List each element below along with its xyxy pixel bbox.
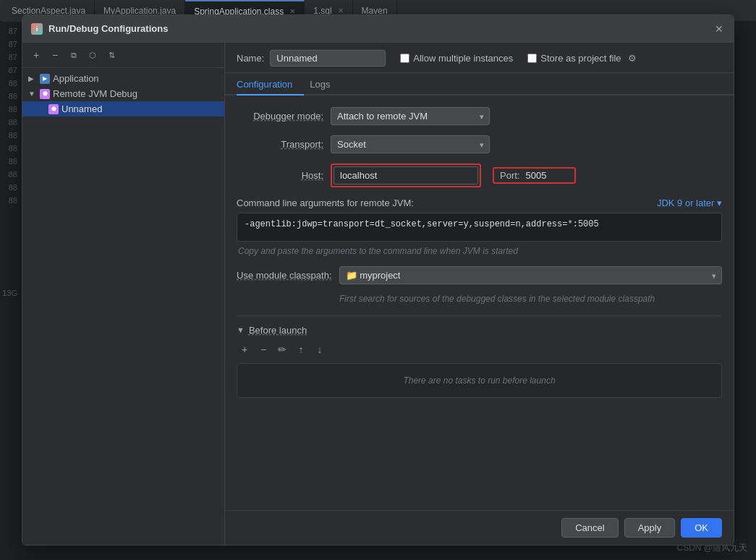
- config-tree: ▶ ▶ Application ▼ ⬟ Remote JVM Debug ⬟ U…: [22, 68, 224, 545]
- tree-item-unnamed[interactable]: ⬟ Unnamed: [22, 101, 224, 116]
- host-port-row: Host: Port:: [237, 164, 722, 187]
- remove-config-button[interactable]: −: [47, 47, 63, 63]
- port-input[interactable]: [525, 170, 569, 181]
- tree-label-remote-jvm: Remote JVM Debug: [53, 88, 137, 99]
- tree-item-application[interactable]: ▶ ▶ Application: [22, 71, 224, 86]
- host-label: Host:: [237, 170, 331, 181]
- debugger-mode-wrapper: Attach to remote JVM Listen to remote JV…: [331, 107, 490, 125]
- before-launch-empty: There are no tasks to run before launch: [237, 363, 722, 398]
- name-row: Name: Allow multiple instances Store as …: [225, 43, 734, 73]
- application-icon: ▶: [40, 74, 50, 84]
- copy-config-button[interactable]: ⧉: [66, 47, 82, 63]
- module-label: Use module classpath:: [237, 270, 339, 281]
- before-launch-section: ▼ Before launch + − ✏ ↑ ↓ There are no t…: [237, 315, 722, 398]
- cmdline-text: -agentlib:jdwp=transport=dt_socket,serve…: [237, 213, 722, 242]
- tree-arrow-remote-jvm: ▼: [28, 90, 37, 98]
- dialog-title: Run/Debug Configurations: [48, 23, 168, 34]
- transport-row: Transport: Socket Shared memory: [237, 135, 722, 153]
- tree-label-application: Application: [53, 73, 99, 84]
- before-launch-add-button[interactable]: +: [237, 341, 252, 357]
- before-launch-edit-button[interactable]: ✏: [274, 341, 290, 357]
- ok-button[interactable]: OK: [681, 518, 722, 538]
- left-panel: + − ⧉ ⬡ ⇅ ▶ ▶ App: [22, 43, 225, 545]
- transport-wrapper: Socket Shared memory: [331, 135, 490, 153]
- dialog-titlebar: i Run/Debug Configurations ✕: [22, 15, 734, 43]
- config-tabs: Configuration Logs: [225, 73, 734, 96]
- run-debug-dialog: i Run/Debug Configurations ✕ + − ⧉ ⬡: [22, 14, 734, 546]
- move-config-button[interactable]: ⬡: [85, 47, 101, 63]
- tree-item-remote-jvm[interactable]: ▼ ⬟ Remote JVM Debug: [22, 86, 224, 101]
- debugger-mode-row: Debugger mode: Attach to remote JVM List…: [237, 107, 722, 125]
- module-select[interactable]: 📁 myproject: [339, 266, 722, 284]
- right-panel: Name: Allow multiple instances Store as …: [225, 43, 734, 545]
- line-numbers: 87878787 88888888 88888888 8888 13G: [0, 22, 20, 560]
- transport-select[interactable]: Socket Shared memory: [331, 135, 490, 153]
- before-launch-remove-button[interactable]: −: [255, 341, 271, 357]
- before-launch-toolbar: + − ✏ ↑ ↓: [237, 341, 722, 357]
- before-launch-collapse-icon[interactable]: ▼: [237, 326, 245, 334]
- tab-configuration[interactable]: Configuration: [237, 73, 304, 96]
- port-group: Port:: [493, 167, 576, 184]
- dialog-title-left: i Run/Debug Configurations: [31, 23, 168, 35]
- module-hint: First search for sources of the debugged…: [338, 290, 722, 305]
- config-content: Debugger mode: Attach to remote JVM List…: [225, 96, 734, 510]
- allow-multiple-checkbox[interactable]: [400, 54, 409, 63]
- allow-multiple-label: Allow multiple instances: [413, 53, 513, 64]
- before-launch-up-button[interactable]: ↑: [293, 341, 309, 357]
- debugger-mode-select[interactable]: Attach to remote JVM Listen to remote JV…: [331, 107, 490, 125]
- port-label: Port:: [500, 170, 519, 181]
- before-launch-label: Before launch: [249, 325, 307, 336]
- jdk-link[interactable]: JDK 9 or later ▾: [657, 198, 722, 208]
- host-input[interactable]: [334, 166, 478, 184]
- cancel-button[interactable]: Cancel: [561, 518, 618, 538]
- left-toolbar: + − ⧉ ⬡ ⇅: [22, 43, 224, 68]
- unnamed-icon: ⬟: [48, 104, 59, 114]
- tree-label-unnamed: Unnamed: [61, 103, 102, 114]
- name-input[interactable]: [270, 50, 386, 67]
- apply-button[interactable]: Apply: [624, 518, 676, 538]
- host-input-box: [331, 164, 481, 187]
- allow-multiple-group: Allow multiple instances: [400, 53, 513, 64]
- before-launch-down-button[interactable]: ↓: [312, 341, 328, 357]
- cmdline-header: Command line arguments for remote JVM: J…: [237, 198, 722, 208]
- store-project-settings-icon[interactable]: ⚙: [628, 53, 637, 64]
- tree-arrow-application: ▶: [28, 75, 37, 82]
- remote-jvm-icon: ⬟: [40, 89, 50, 99]
- module-select-wrapper: 📁 myproject: [339, 266, 722, 284]
- before-launch-header: ▼ Before launch: [237, 325, 722, 336]
- store-as-project-checkbox[interactable]: [527, 54, 537, 63]
- name-label: Name:: [237, 53, 264, 64]
- store-as-project-label: Store as project file: [540, 53, 621, 64]
- intellij-icon: i: [31, 23, 43, 35]
- tab-logs[interactable]: Logs: [310, 73, 341, 96]
- dialog-footer: Cancel Apply OK: [225, 510, 734, 545]
- host-field-wrapper: Port:: [331, 164, 576, 187]
- debugger-mode-label: Debugger mode:: [237, 111, 331, 122]
- transport-label: Transport:: [237, 139, 331, 150]
- dialog-close-button[interactable]: ✕: [713, 23, 725, 35]
- add-config-button[interactable]: +: [28, 47, 44, 63]
- cmdline-label: Command line arguments for remote JVM:: [237, 198, 414, 208]
- tab-close-icon[interactable]: ✕: [338, 7, 344, 14]
- cmdline-section: Command line arguments for remote JVM: J…: [237, 198, 722, 256]
- dialog-body: + − ⧉ ⬡ ⇅ ▶ ▶ App: [22, 43, 734, 545]
- cmdline-hint: Copy and paste the arguments to the comm…: [237, 246, 722, 256]
- store-as-project-group: Store as project file ⚙: [527, 53, 636, 64]
- sort-config-button[interactable]: ⇅: [103, 47, 119, 63]
- module-row: Use module classpath: 📁 myproject: [237, 266, 722, 284]
